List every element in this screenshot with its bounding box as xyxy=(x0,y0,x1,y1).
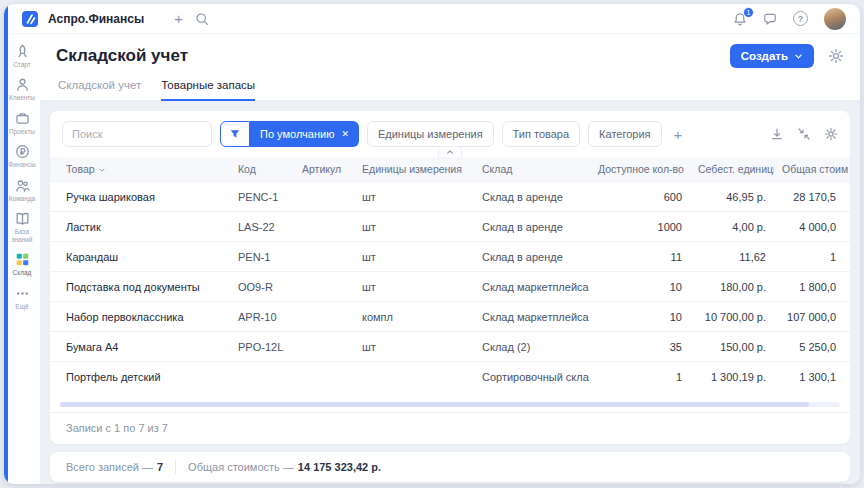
table-row[interactable]: ЛастикLAS-22штСклад в аренде10004,00 р.4… xyxy=(50,212,850,242)
sidebar: СтартКлиентыПроектыФинансыКомандаБаза зн… xyxy=(4,34,40,484)
cell-code xyxy=(230,362,294,392)
warehouse-icon xyxy=(15,252,30,267)
filter-chip[interactable]: Единицы измерения xyxy=(367,121,494,147)
table-row[interactable]: Портфель детскийСортировочный скла11 300… xyxy=(50,362,850,392)
total-records-label: Всего записей — xyxy=(66,461,153,473)
close-icon[interactable]: ✕ xyxy=(341,130,349,139)
column-header-qty[interactable]: Доступное кол-во xyxy=(590,157,690,182)
page-settings-gear-icon[interactable] xyxy=(828,48,844,64)
cell-total: 28 170,5 xyxy=(774,182,850,212)
cell-warehouse: Сортировочный скла xyxy=(474,362,590,392)
horizontal-scrollbar[interactable] xyxy=(60,402,809,407)
sidebar-item-knowledge[interactable]: База знаний xyxy=(4,211,40,243)
main-area: Складской учет Создать Складской учетТов… xyxy=(40,34,860,484)
sidebar-item-clients[interactable]: Клиенты xyxy=(4,77,40,101)
inventory-table: ТоварКодАртикулЕдиницы измеренияСкладДос… xyxy=(50,157,850,392)
collapse-panel-button[interactable] xyxy=(438,146,462,157)
sidebar-item-label: Ещё xyxy=(15,303,28,310)
clients-icon xyxy=(15,77,30,92)
cell-total: 1 800,0 xyxy=(774,272,850,302)
summary-divider xyxy=(175,460,176,474)
cell-article xyxy=(294,362,354,392)
filter-chips: Единицы измеренияТип товараКатегория xyxy=(367,121,662,147)
team-icon xyxy=(15,178,30,193)
user-avatar[interactable] xyxy=(824,8,846,30)
search-icon[interactable] xyxy=(195,12,209,26)
horizontal-scrollbar-track xyxy=(60,402,840,407)
knowledge-icon xyxy=(15,211,30,226)
sidebar-item-label: Старт xyxy=(13,61,31,68)
help-button[interactable]: ? xyxy=(793,11,808,26)
add-filter-button[interactable]: + xyxy=(672,126,685,143)
cell-warehouse: Склад в аренде xyxy=(474,182,590,212)
cell-total: 1 300,1 xyxy=(774,362,850,392)
table-row[interactable]: Бумага А4PPO-12LштСклад (2)35150,00 р.5 … xyxy=(50,332,850,362)
cell-unit-cost: 11,62 xyxy=(690,242,774,272)
filter-chip[interactable]: Категория xyxy=(588,121,661,147)
chevron-up-icon xyxy=(446,148,454,156)
table-toolbar-icons xyxy=(770,127,838,141)
more-icon xyxy=(15,286,30,301)
column-header-code[interactable]: Код xyxy=(230,157,294,182)
cell-product: Ручка шариковая xyxy=(50,182,230,212)
cell-total: 107 000,0 xyxy=(774,302,850,332)
create-button[interactable]: Создать xyxy=(730,44,814,68)
cell-article xyxy=(294,272,354,302)
table-row[interactable]: Ручка шариковаяPENC-1штСклад в аренде600… xyxy=(50,182,850,212)
column-header-unit-cost[interactable]: Себест. единицы xyxy=(690,157,774,182)
notifications-button[interactable]: 1 xyxy=(733,12,747,26)
filter-chip[interactable]: Тип товара xyxy=(502,121,581,147)
sidebar-item-projects[interactable]: Проекты xyxy=(4,111,40,135)
app-name: Аспро.Финансы xyxy=(48,12,144,26)
cell-code: APR-10 xyxy=(230,302,294,332)
cell-unit-cost: 4,00 р. xyxy=(690,212,774,242)
column-header-article[interactable]: Артикул xyxy=(294,157,354,182)
quick-add-button[interactable]: + xyxy=(172,11,185,26)
column-header-product[interactable]: Товар xyxy=(50,157,230,182)
cell-article xyxy=(294,242,354,272)
filter-funnel-button[interactable] xyxy=(220,121,250,147)
table-header-row: ТоварКодАртикулЕдиницы измеренияСкладДос… xyxy=(50,157,850,182)
table-row[interactable]: КарандашPEN-1штСклад в аренде1111,621 xyxy=(50,242,850,272)
column-header-total[interactable]: Общая стоим xyxy=(774,157,850,182)
tab-goods-stock[interactable]: Товарные запасы xyxy=(161,79,255,101)
sidebar-item-label: Проекты xyxy=(9,128,35,135)
records-counter: Записи с 1 по 7 из 7 xyxy=(50,412,850,444)
cell-article xyxy=(294,182,354,212)
notification-badge: 1 xyxy=(743,7,754,18)
total-records-value: 7 xyxy=(157,461,163,473)
table-settings-gear-icon[interactable] xyxy=(824,127,838,141)
finance-icon xyxy=(15,144,30,159)
column-header-unit[interactable]: Единицы измерения xyxy=(354,157,474,182)
table-row[interactable]: Подставка под документыOO9-RштСклад марк… xyxy=(50,272,850,302)
cell-product: Бумага А4 xyxy=(50,332,230,362)
app-logo-icon[interactable] xyxy=(22,11,38,27)
cell-product: Ластик xyxy=(50,212,230,242)
cell-qty: 11 xyxy=(590,242,690,272)
sidebar-item-label: Команда xyxy=(9,195,35,202)
chat-icon[interactable] xyxy=(763,12,777,26)
tab-warehouse-accounting[interactable]: Складской учет xyxy=(58,79,141,101)
cell-code: OO9-R xyxy=(230,272,294,302)
collapse-columns-icon[interactable] xyxy=(797,127,811,141)
column-header-warehouse[interactable]: Склад xyxy=(474,157,590,182)
cell-article xyxy=(294,332,354,362)
topbar-right: 1 ? xyxy=(733,8,846,30)
sidebar-item-finance[interactable]: Финансы xyxy=(4,144,40,168)
cell-code: PEN-1 xyxy=(230,242,294,272)
cell-unit: шт xyxy=(354,182,474,212)
default-filter-chip[interactable]: По умолчанию ✕ xyxy=(250,121,359,147)
sidebar-item-start[interactable]: Старт xyxy=(4,44,40,68)
cell-qty: 35 xyxy=(590,332,690,362)
sidebar-item-team[interactable]: Команда xyxy=(4,178,40,202)
download-icon[interactable] xyxy=(770,127,784,141)
cell-code: PPO-12L xyxy=(230,332,294,362)
search-input[interactable] xyxy=(62,121,212,147)
cell-article xyxy=(294,212,354,242)
cell-product: Карандаш xyxy=(50,242,230,272)
sidebar-item-warehouse[interactable]: Склад xyxy=(4,252,40,276)
cell-warehouse: Склад в аренде xyxy=(474,212,590,242)
table-row[interactable]: Набор первоклассникаAPR-10комплСклад мар… xyxy=(50,302,850,332)
sidebar-item-more[interactable]: Ещё xyxy=(4,286,40,310)
cell-unit-cost: 46,95 р. xyxy=(690,182,774,212)
